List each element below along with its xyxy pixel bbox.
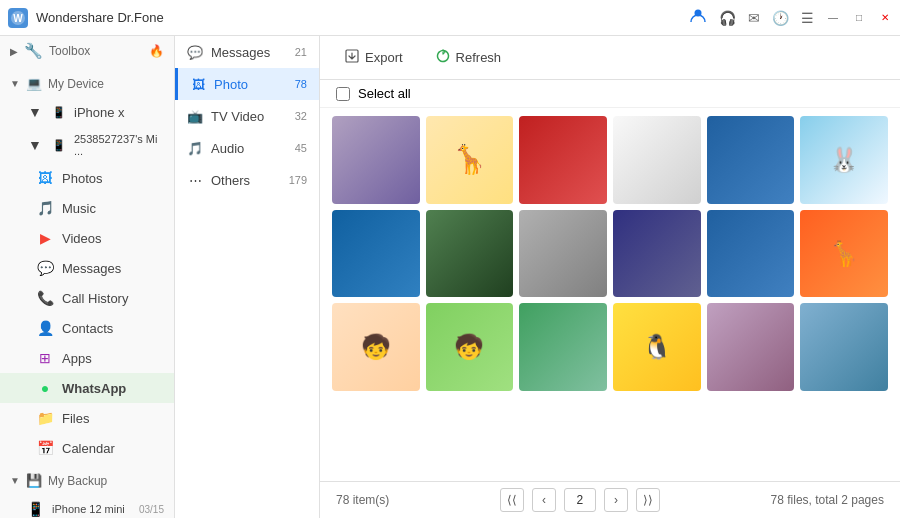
cat-audio[interactable]: 🎵 Audio 45 — [175, 132, 319, 164]
sidebar-item-iphone12[interactable]: 📱 iPhone 12 mini 03/15 — [0, 494, 174, 518]
export-button[interactable]: Export — [336, 44, 411, 71]
sidebar-item-call-history[interactable]: 📞 Call History — [0, 283, 174, 313]
iphone-x-label: iPhone x — [74, 105, 164, 120]
sidebar-item-calendar[interactable]: 📅 Calendar — [0, 433, 174, 463]
next-page-button[interactable]: › — [604, 488, 628, 512]
cat-tv-video-label: TV Video — [211, 109, 264, 124]
iphone12-date: 03/15 — [139, 504, 164, 515]
last-page-button[interactable]: ⟩⟩ — [636, 488, 660, 512]
photo-thumb-10[interactable] — [613, 210, 701, 298]
mi-icon: ▼ — [26, 136, 44, 154]
prev-page-button[interactable]: ‹ — [532, 488, 556, 512]
my-backup-header[interactable]: ▼ 💾 My Backup — [0, 467, 174, 494]
minimize-button[interactable]: — — [826, 11, 840, 25]
cat-audio-label: Audio — [211, 141, 244, 156]
music-icon: 🎵 — [36, 199, 54, 217]
sidebar-item-music[interactable]: 🎵 Music — [0, 193, 174, 223]
photo-thumb-12[interactable]: 🦒 — [800, 210, 888, 298]
close-button[interactable]: ✕ — [878, 11, 892, 25]
content-toolbar: Export Refresh — [320, 36, 900, 80]
sidebar-item-contacts[interactable]: 👤 Contacts — [0, 313, 174, 343]
cat-messages[interactable]: 💬 Messages 21 — [175, 36, 319, 68]
my-device-label: My Device — [48, 77, 104, 91]
main-layout: ▶ 🔧 Toolbox 🔥 ▼ 💻 My Device ▼ 📱 iPhone x… — [0, 36, 900, 518]
refresh-label: Refresh — [456, 50, 502, 65]
photo-thumb-5[interactable] — [707, 116, 795, 204]
cat-messages-count: 21 — [295, 46, 307, 58]
my-device-header[interactable]: ▼ 💻 My Device — [0, 70, 174, 97]
sidebar-item-apps[interactable]: ⊞ Apps — [0, 343, 174, 373]
cat-messages-label: Messages — [211, 45, 270, 60]
cat-others[interactable]: ⋯ Others 179 — [175, 164, 319, 196]
sidebar-item-files[interactable]: 📁 Files — [0, 403, 174, 433]
cat-photo-label: Photo — [214, 77, 248, 92]
photo-thumb-18[interactable] — [800, 303, 888, 391]
photo-thumb-8[interactable] — [426, 210, 514, 298]
photo-grid: 🦒 🐰 🦒 🧒 🧒 — [320, 108, 900, 481]
toolbox-arrow: ▶ — [10, 46, 18, 57]
app-title: Wondershare Dr.Fone — [36, 10, 164, 25]
photo-thumb-17[interactable] — [707, 303, 795, 391]
cat-tv-video-icon: 📺 — [187, 108, 203, 124]
first-page-button[interactable]: ⟨⟨ — [500, 488, 524, 512]
sidebar: ▶ 🔧 Toolbox 🔥 ▼ 💻 My Device ▼ 📱 iPhone x… — [0, 36, 175, 518]
toolbox-label: Toolbox — [49, 44, 90, 58]
refresh-icon — [435, 48, 451, 67]
contacts-icon: 👤 — [36, 319, 54, 337]
photo-thumb-13[interactable]: 🧒 — [332, 303, 420, 391]
cat-audio-count: 45 — [295, 142, 307, 154]
user-icon[interactable] — [689, 7, 707, 28]
calendar-icon: 📅 — [36, 439, 54, 457]
cat-messages-icon: 💬 — [187, 44, 203, 60]
pagination: 78 item(s) ⟨⟨ ‹ 2 › ⟩⟩ 78 files, total 2… — [320, 481, 900, 518]
items-count: 78 item(s) — [336, 493, 389, 507]
photo-thumb-14[interactable]: 🧒 — [426, 303, 514, 391]
select-all-row: Select all — [320, 80, 900, 108]
sidebar-item-videos[interactable]: ▶ Videos — [0, 223, 174, 253]
iphone12-label: iPhone 12 mini — [52, 503, 131, 515]
photo-thumb-7[interactable] — [332, 210, 420, 298]
sidebar-item-mi[interactable]: ▼ 📱 2538527237's Mi ... — [0, 127, 174, 163]
mi-label: 2538527237's Mi ... — [74, 133, 164, 157]
photo-thumb-6[interactable]: 🐰 — [800, 116, 888, 204]
menu-icon[interactable]: ☰ — [801, 10, 814, 26]
export-label: Export — [365, 50, 403, 65]
sidebar-item-photos[interactable]: 🖼 Photos — [0, 163, 174, 193]
refresh-button[interactable]: Refresh — [427, 44, 510, 71]
headset-icon[interactable]: 🎧 — [719, 10, 736, 26]
messages-label: Messages — [62, 261, 164, 276]
photo-thumb-11[interactable] — [707, 210, 795, 298]
photo-thumb-9[interactable] — [519, 210, 607, 298]
cat-tv-video-count: 32 — [295, 110, 307, 122]
toolbox-header[interactable]: ▶ 🔧 Toolbox 🔥 — [0, 36, 174, 66]
cat-photo[interactable]: 🖼 Photo 78 — [175, 68, 319, 100]
cat-audio-left: 🎵 Audio — [187, 140, 244, 156]
apps-icon: ⊞ — [36, 349, 54, 367]
select-all-checkbox[interactable] — [336, 87, 350, 101]
iphone12-icon: 📱 — [26, 500, 44, 518]
whatsapp-label: WhatsApp — [62, 381, 164, 396]
cat-photo-count: 78 — [295, 78, 307, 90]
photo-thumb-2[interactable]: 🦒 — [426, 116, 514, 204]
photos-icon: 🖼 — [36, 169, 54, 187]
sidebar-item-iphone-x[interactable]: ▼ 📱 iPhone x — [0, 97, 174, 127]
titlebar-controls: 🎧 ✉ 🕐 ☰ — □ ✕ — [689, 7, 892, 28]
maximize-button[interactable]: □ — [852, 11, 866, 25]
photo-thumb-4[interactable] — [613, 116, 701, 204]
history-icon[interactable]: 🕐 — [772, 10, 789, 26]
cat-tv-video[interactable]: 📺 TV Video 32 — [175, 100, 319, 132]
app-logo: W — [8, 8, 28, 28]
photo-thumb-3[interactable] — [519, 116, 607, 204]
mail-icon[interactable]: ✉ — [748, 10, 760, 26]
photo-thumb-15[interactable] — [519, 303, 607, 391]
page-input[interactable]: 2 — [564, 488, 596, 512]
calendar-label: Calendar — [62, 441, 164, 456]
cat-others-count: 179 — [289, 174, 307, 186]
photo-thumb-16[interactable]: 🐧 — [613, 303, 701, 391]
sidebar-item-whatsapp[interactable]: ● WhatsApp — [0, 373, 174, 403]
call-history-icon: 📞 — [36, 289, 54, 307]
photo-thumb-1[interactable] — [332, 116, 420, 204]
contacts-label: Contacts — [62, 321, 164, 336]
export-icon — [344, 48, 360, 67]
sidebar-item-messages[interactable]: 💬 Messages — [0, 253, 174, 283]
